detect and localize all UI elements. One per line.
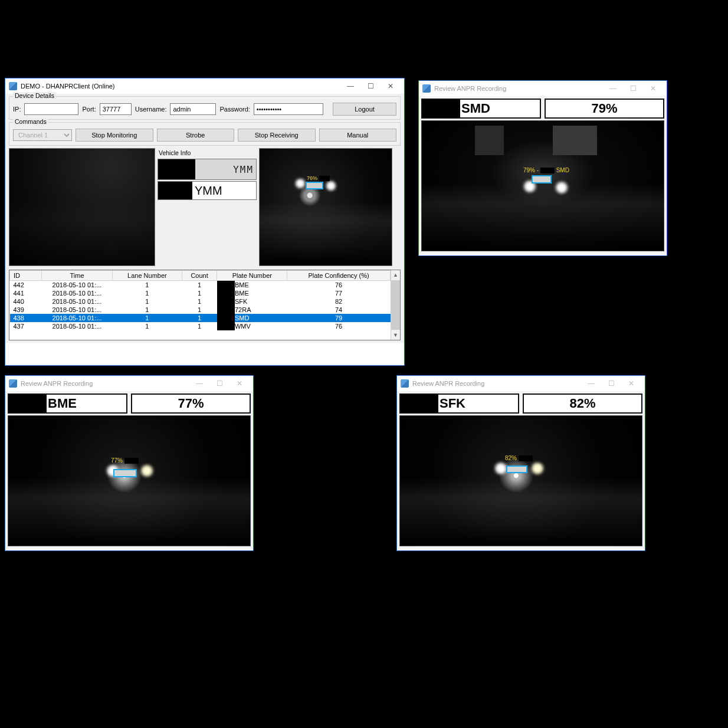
table-cell: 2018-05-10 01:...: [42, 314, 113, 322]
table-cell: 1: [113, 297, 182, 306]
overlay-text: 82%: [505, 455, 533, 461]
plate-redaction-block: [217, 314, 235, 322]
live-camera-right: 76%: [259, 148, 392, 266]
plate-readout: YMM: [158, 181, 257, 200]
table-cell: 2018-05-10 01:...: [42, 281, 113, 290]
ip-input[interactable]: [24, 103, 78, 115]
table-cell: 2018-05-10 01:...: [42, 306, 113, 314]
close-button[interactable]: ✕: [621, 377, 641, 390]
username-input[interactable]: [170, 103, 216, 115]
table-cell: 2018-05-10 01:...: [42, 297, 113, 306]
minimize-button[interactable]: —: [603, 82, 623, 95]
table-row[interactable]: 4392018-05-10 01:...1172RA74: [10, 306, 391, 314]
table-cell: 441: [10, 289, 42, 297]
review-plate-cell: BME: [8, 393, 127, 414]
window-title: Review ANPR Recording: [412, 380, 581, 387]
table-cell: 82: [287, 297, 391, 306]
table-scrollbar[interactable]: ▲ ▼: [391, 270, 400, 340]
table-row[interactable]: 4382018-05-10 01:...11SMD79: [10, 314, 391, 322]
scroll-up-button[interactable]: ▲: [391, 270, 400, 280]
review-window-2: Review ANPR Recording — ☐ ✕ BME 77% 77%: [5, 375, 254, 551]
table-header[interactable]: Plate Confidency (%): [287, 271, 391, 281]
titlebar[interactable]: DEMO - DHANPRClient (Online) — ☐ ✕: [5, 78, 404, 94]
table-header[interactable]: ID: [10, 271, 42, 281]
stop-monitoring-button[interactable]: Stop Monitoring: [76, 129, 153, 142]
table-cell: 1: [113, 289, 182, 297]
overlay-plate-box: [506, 465, 527, 473]
logout-button[interactable]: Logout: [333, 103, 396, 116]
table-cell: 74: [287, 306, 391, 314]
window-title: Review ANPR Recording: [21, 380, 189, 387]
password-input[interactable]: [254, 103, 323, 115]
scroll-thumb[interactable]: [391, 280, 400, 330]
channel-select[interactable]: Channel 1: [13, 129, 72, 141]
plate-cell-text: 72RA: [235, 306, 251, 313]
table-cell: 79: [287, 314, 391, 322]
stop-receiving-button[interactable]: Stop Receiving: [238, 129, 316, 142]
review-playback: 77%: [8, 415, 251, 546]
table-cell: 1: [113, 281, 182, 290]
close-button[interactable]: ✕: [229, 377, 250, 390]
review-playback: 82%: [399, 415, 642, 546]
table-row[interactable]: 4412018-05-10 01:...11BME77: [10, 289, 391, 297]
review-plate-text: SFK: [438, 396, 465, 411]
table-header[interactable]: Lane Number: [113, 271, 182, 281]
titlebar[interactable]: Review ANPR Recording — ☐ ✕: [397, 376, 645, 391]
minimize-button[interactable]: —: [189, 377, 209, 390]
app-icon: [9, 82, 17, 90]
plate-cell-text: SMD: [235, 314, 249, 322]
table-cell: 1: [182, 297, 217, 306]
port-input[interactable]: [100, 103, 132, 115]
maximize-button[interactable]: ☐: [623, 82, 643, 95]
plate-thumbnail: MMY: [158, 159, 257, 180]
plate-redaction-block: [217, 281, 235, 289]
table-cell: 76: [287, 322, 391, 330]
table-header[interactable]: Plate Number: [217, 271, 287, 281]
maximize-button[interactable]: ☐: [360, 80, 381, 93]
table-cell: SFK: [217, 297, 287, 306]
plate-cell-text: SFK: [235, 298, 247, 305]
table-header[interactable]: Count: [182, 271, 217, 281]
table-cell: SMD: [217, 314, 287, 322]
close-button[interactable]: ✕: [643, 82, 663, 95]
review-plate-cell: SMD: [421, 99, 541, 119]
maximize-button[interactable]: ☐: [209, 377, 229, 390]
main-window: DEMO - DHANPRClient (Online) — ☐ ✕ Devic…: [5, 78, 405, 366]
app-icon: [401, 379, 409, 388]
table-cell: 72RA: [217, 306, 287, 314]
close-button[interactable]: ✕: [381, 80, 401, 93]
detection-plate-box: [306, 182, 323, 189]
table-cell: 1: [113, 306, 182, 314]
plate-redaction-block: [9, 395, 47, 412]
titlebar[interactable]: Review ANPR Recording — ☐ ✕: [419, 81, 667, 96]
table-row[interactable]: 4372018-05-10 01:...11WMV76: [10, 322, 391, 330]
plate-redaction-block: [401, 395, 438, 412]
plate-redaction-block: [217, 289, 235, 297]
maximize-button[interactable]: ☐: [601, 377, 621, 390]
table-cell: 1: [182, 322, 217, 330]
overlay-plate-box: [113, 469, 137, 477]
plate-redaction-block: [217, 322, 235, 330]
table-row[interactable]: 4402018-05-10 01:...11SFK82: [10, 297, 391, 306]
table-cell: 440: [10, 297, 42, 306]
manual-button[interactable]: Manual: [319, 129, 397, 142]
table-cell: 1: [113, 314, 182, 322]
table-cell: 437: [10, 322, 42, 330]
strobe-button[interactable]: Strobe: [157, 129, 235, 142]
review-plate-cell: SFK: [399, 393, 519, 414]
port-label: Port:: [82, 106, 96, 113]
device-details-group: Device Details IP: Port: Username: Passw…: [9, 96, 401, 120]
table-cell: 1: [182, 314, 217, 322]
minimize-button[interactable]: —: [581, 377, 601, 390]
table-row[interactable]: 4422018-05-10 01:...11BME76: [10, 281, 391, 290]
titlebar[interactable]: Review ANPR Recording — ☐ ✕: [5, 376, 253, 391]
review-confidence-cell: 77%: [131, 393, 251, 414]
window-title: Review ANPR Recording: [434, 85, 603, 92]
table-cell: 77: [287, 289, 391, 297]
table-cell: 439: [10, 306, 42, 314]
minimize-button[interactable]: —: [340, 80, 360, 93]
commands-group: Commands Channel 1 Stop Monitoring Strob…: [9, 122, 401, 146]
table-header[interactable]: Time: [42, 271, 113, 281]
scroll-down-button[interactable]: ▼: [391, 330, 400, 340]
review-confidence-text: 82%: [569, 396, 595, 411]
